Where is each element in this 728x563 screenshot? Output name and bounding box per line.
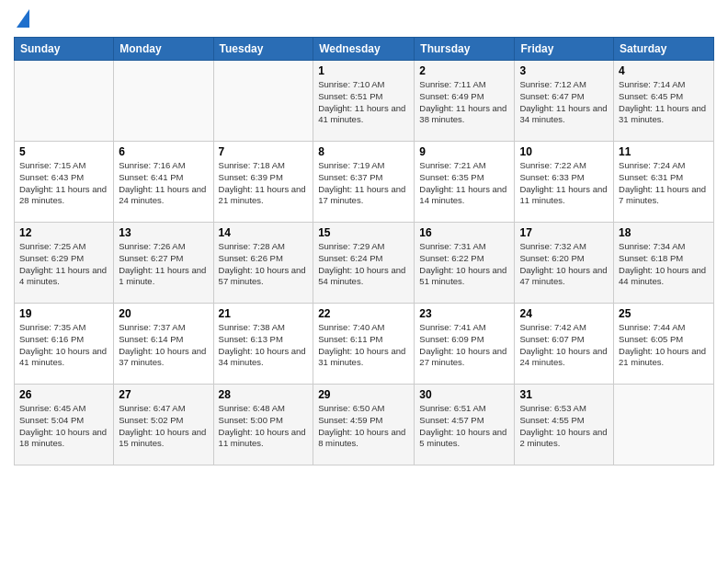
- day-cell: 15Sunrise: 7:29 AM Sunset: 6:24 PM Dayli…: [313, 223, 415, 304]
- weekday-header-tuesday: Tuesday: [213, 38, 313, 61]
- day-info: Sunrise: 7:11 AM Sunset: 6:49 PM Dayligh…: [419, 79, 509, 126]
- day-cell: 8Sunrise: 7:19 AM Sunset: 6:37 PM Daylig…: [313, 142, 415, 223]
- day-cell: 22Sunrise: 7:40 AM Sunset: 6:11 PM Dayli…: [313, 304, 415, 385]
- day-info: Sunrise: 7:25 AM Sunset: 6:29 PM Dayligh…: [19, 241, 108, 288]
- day-cell: [213, 61, 313, 142]
- day-info: Sunrise: 7:24 AM Sunset: 6:31 PM Dayligh…: [619, 160, 709, 207]
- logo-triangle-icon: [17, 9, 29, 28]
- day-cell: 11Sunrise: 7:24 AM Sunset: 6:31 PM Dayli…: [614, 142, 714, 223]
- day-cell: 10Sunrise: 7:22 AM Sunset: 6:33 PM Dayli…: [515, 142, 614, 223]
- day-number: 24: [519, 307, 609, 320]
- day-number: 12: [19, 226, 108, 239]
- day-info: Sunrise: 7:44 AM Sunset: 6:05 PM Dayligh…: [619, 322, 709, 369]
- day-cell: 23Sunrise: 7:41 AM Sunset: 6:09 PM Dayli…: [415, 304, 515, 385]
- day-number: 2: [419, 64, 509, 77]
- day-number: 3: [519, 64, 609, 77]
- week-row-3: 12Sunrise: 7:25 AM Sunset: 6:29 PM Dayli…: [15, 223, 714, 304]
- day-cell: 3Sunrise: 7:12 AM Sunset: 6:47 PM Daylig…: [515, 61, 614, 142]
- day-number: 6: [119, 145, 208, 158]
- day-info: Sunrise: 7:15 AM Sunset: 6:43 PM Dayligh…: [19, 160, 108, 207]
- day-info: Sunrise: 7:22 AM Sunset: 6:33 PM Dayligh…: [519, 160, 609, 207]
- day-info: Sunrise: 6:53 AM Sunset: 4:55 PM Dayligh…: [519, 403, 609, 450]
- day-info: Sunrise: 7:10 AM Sunset: 6:51 PM Dayligh…: [318, 79, 409, 126]
- week-row-5: 26Sunrise: 6:45 AM Sunset: 5:04 PM Dayli…: [15, 385, 714, 465]
- day-info: Sunrise: 7:37 AM Sunset: 6:14 PM Dayligh…: [119, 322, 208, 369]
- day-info: Sunrise: 7:16 AM Sunset: 6:41 PM Dayligh…: [119, 160, 208, 207]
- logo: [14, 9, 29, 29]
- day-cell: 5Sunrise: 7:15 AM Sunset: 6:43 PM Daylig…: [15, 142, 114, 223]
- day-number: 1: [318, 64, 409, 77]
- day-cell: 31Sunrise: 6:53 AM Sunset: 4:55 PM Dayli…: [515, 385, 614, 465]
- day-cell: 19Sunrise: 7:35 AM Sunset: 6:16 PM Dayli…: [15, 304, 114, 385]
- weekday-header-friday: Friday: [515, 38, 614, 61]
- day-info: Sunrise: 7:42 AM Sunset: 6:07 PM Dayligh…: [519, 322, 609, 369]
- day-number: 5: [19, 145, 108, 158]
- day-cell: 20Sunrise: 7:37 AM Sunset: 6:14 PM Dayli…: [114, 304, 213, 385]
- day-number: 27: [119, 388, 208, 401]
- day-info: Sunrise: 6:47 AM Sunset: 5:02 PM Dayligh…: [119, 403, 208, 450]
- week-row-4: 19Sunrise: 7:35 AM Sunset: 6:16 PM Dayli…: [15, 304, 714, 385]
- day-number: 9: [419, 145, 509, 158]
- week-row-1: 1Sunrise: 7:10 AM Sunset: 6:51 PM Daylig…: [15, 61, 714, 142]
- day-number: 7: [219, 145, 309, 158]
- day-cell: [114, 61, 213, 142]
- day-info: Sunrise: 6:50 AM Sunset: 4:59 PM Dayligh…: [318, 403, 409, 450]
- day-info: Sunrise: 7:21 AM Sunset: 6:35 PM Dayligh…: [419, 160, 509, 207]
- day-cell: 1Sunrise: 7:10 AM Sunset: 6:51 PM Daylig…: [313, 61, 415, 142]
- page: SundayMondayTuesdayWednesdayThursdayFrid…: [0, 0, 728, 563]
- day-cell: 28Sunrise: 6:48 AM Sunset: 5:00 PM Dayli…: [213, 385, 313, 465]
- day-cell: 16Sunrise: 7:31 AM Sunset: 6:22 PM Dayli…: [415, 223, 515, 304]
- day-cell: 26Sunrise: 6:45 AM Sunset: 5:04 PM Dayli…: [15, 385, 114, 465]
- day-number: 22: [318, 307, 409, 320]
- day-number: 25: [619, 307, 709, 320]
- weekday-header-sunday: Sunday: [15, 38, 114, 61]
- day-cell: 7Sunrise: 7:18 AM Sunset: 6:39 PM Daylig…: [213, 142, 313, 223]
- day-number: 28: [219, 388, 309, 401]
- day-number: 21: [219, 307, 309, 320]
- day-cell: 12Sunrise: 7:25 AM Sunset: 6:29 PM Dayli…: [15, 223, 114, 304]
- weekday-header-wednesday: Wednesday: [313, 38, 415, 61]
- day-info: Sunrise: 7:12 AM Sunset: 6:47 PM Dayligh…: [519, 79, 609, 126]
- day-cell: 14Sunrise: 7:28 AM Sunset: 6:26 PM Dayli…: [213, 223, 313, 304]
- day-cell: 27Sunrise: 6:47 AM Sunset: 5:02 PM Dayli…: [114, 385, 213, 465]
- week-row-2: 5Sunrise: 7:15 AM Sunset: 6:43 PM Daylig…: [15, 142, 714, 223]
- day-cell: 6Sunrise: 7:16 AM Sunset: 6:41 PM Daylig…: [114, 142, 213, 223]
- day-info: Sunrise: 7:18 AM Sunset: 6:39 PM Dayligh…: [219, 160, 309, 207]
- day-number: 18: [619, 226, 709, 239]
- weekday-header-saturday: Saturday: [614, 38, 714, 61]
- day-info: Sunrise: 6:51 AM Sunset: 4:57 PM Dayligh…: [419, 403, 509, 450]
- day-number: 4: [619, 64, 709, 77]
- day-cell: 2Sunrise: 7:11 AM Sunset: 6:49 PM Daylig…: [415, 61, 515, 142]
- day-info: Sunrise: 7:19 AM Sunset: 6:37 PM Dayligh…: [318, 160, 409, 207]
- day-number: 26: [19, 388, 108, 401]
- day-info: Sunrise: 7:41 AM Sunset: 6:09 PM Dayligh…: [419, 322, 509, 369]
- day-info: Sunrise: 7:32 AM Sunset: 6:20 PM Dayligh…: [519, 241, 609, 288]
- day-number: 29: [318, 388, 409, 401]
- day-cell: 30Sunrise: 6:51 AM Sunset: 4:57 PM Dayli…: [415, 385, 515, 465]
- day-cell: 4Sunrise: 7:14 AM Sunset: 6:45 PM Daylig…: [614, 61, 714, 142]
- day-cell: 25Sunrise: 7:44 AM Sunset: 6:05 PM Dayli…: [614, 304, 714, 385]
- day-info: Sunrise: 7:34 AM Sunset: 6:18 PM Dayligh…: [619, 241, 709, 288]
- day-info: Sunrise: 7:38 AM Sunset: 6:13 PM Dayligh…: [219, 322, 309, 369]
- weekday-header-monday: Monday: [114, 38, 213, 61]
- day-info: Sunrise: 6:45 AM Sunset: 5:04 PM Dayligh…: [19, 403, 108, 450]
- day-cell: 24Sunrise: 7:42 AM Sunset: 6:07 PM Dayli…: [515, 304, 614, 385]
- day-info: Sunrise: 7:28 AM Sunset: 6:26 PM Dayligh…: [219, 241, 309, 288]
- calendar-table: SundayMondayTuesdayWednesdayThursdayFrid…: [14, 37, 714, 465]
- day-number: 11: [619, 145, 709, 158]
- day-info: Sunrise: 7:26 AM Sunset: 6:27 PM Dayligh…: [119, 241, 208, 288]
- day-cell: 21Sunrise: 7:38 AM Sunset: 6:13 PM Dayli…: [213, 304, 313, 385]
- header: [14, 9, 714, 29]
- day-cell: 29Sunrise: 6:50 AM Sunset: 4:59 PM Dayli…: [313, 385, 415, 465]
- day-number: 19: [19, 307, 108, 320]
- day-number: 23: [419, 307, 509, 320]
- day-info: Sunrise: 7:29 AM Sunset: 6:24 PM Dayligh…: [318, 241, 409, 288]
- day-cell: 13Sunrise: 7:26 AM Sunset: 6:27 PM Dayli…: [114, 223, 213, 304]
- day-number: 15: [318, 226, 409, 239]
- day-number: 17: [519, 226, 609, 239]
- day-info: Sunrise: 6:48 AM Sunset: 5:00 PM Dayligh…: [219, 403, 309, 450]
- day-info: Sunrise: 7:14 AM Sunset: 6:45 PM Dayligh…: [619, 79, 709, 126]
- day-cell: [614, 385, 714, 465]
- weekday-header-row: SundayMondayTuesdayWednesdayThursdayFrid…: [15, 38, 714, 61]
- day-number: 14: [219, 226, 309, 239]
